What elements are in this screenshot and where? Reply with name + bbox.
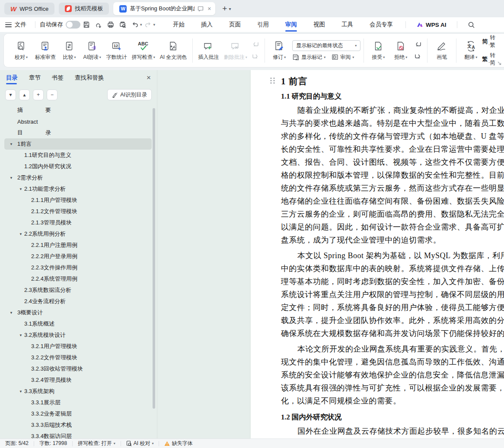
- toc-expand-arrow-icon[interactable]: ▼: [19, 390, 22, 394]
- proofread-button[interactable]: 校对▾: [10, 38, 32, 63]
- toc-item[interactable]: 1.2国内外研究状况: [4, 161, 152, 172]
- review-pane-button[interactable]: 审阅 ▾: [332, 54, 354, 61]
- toc-item[interactable]: 2.1.2文件管理模块: [4, 206, 152, 217]
- toc-item[interactable]: 3.2.3回收站管理模块: [4, 363, 152, 374]
- print-button[interactable]: [105, 19, 116, 30]
- toc-item[interactable]: 3.3.4数据访问层: [4, 431, 152, 438]
- toc-expand-arrow-icon[interactable]: ▼: [10, 176, 13, 180]
- save-button[interactable]: [81, 19, 92, 30]
- redo-caret-icon[interactable]: ▾: [153, 22, 156, 27]
- undo-caret-icon[interactable]: ▾: [140, 22, 142, 27]
- wps-ai-button[interactable]: WPS AI: [410, 22, 453, 28]
- toc-item[interactable]: ▼2.1功能需求分析: [4, 183, 152, 195]
- ai-proofread-indicator[interactable]: AI 校对▾: [121, 440, 159, 447]
- toc-item[interactable]: 2.3系统数据流分析: [4, 285, 152, 296]
- autosave-toggle[interactable]: [66, 21, 80, 29]
- toc-item[interactable]: ▼3.3系统架构: [4, 386, 152, 397]
- paragraph-drag-handle-icon[interactable]: [270, 77, 275, 84]
- sidebar-tab-contents[interactable]: 目录: [6, 70, 18, 86]
- toc-item[interactable]: 2.1.1用户管理模块: [4, 195, 152, 206]
- toc-item[interactable]: ▼3概要设计: [4, 307, 152, 318]
- toc-item[interactable]: 2.1.3管理员模块: [4, 217, 152, 228]
- toc-item[interactable]: 3.2.4管理员模块: [4, 374, 152, 386]
- sidebar-tab-chapters[interactable]: 章节: [29, 70, 41, 86]
- collapse-up-button[interactable]: ▴: [19, 90, 30, 100]
- tab-member[interactable]: 会员专享: [361, 17, 401, 32]
- tab-page[interactable]: 页面: [221, 17, 249, 32]
- close-tab-icon[interactable]: ×: [207, 5, 212, 12]
- toc-expand-arrow-icon[interactable]: ▼: [19, 333, 22, 337]
- insert-comment-button[interactable]: 插入批注: [196, 38, 221, 63]
- tab-docer-templates[interactable]: 找稻壳模板: [59, 3, 109, 15]
- next-revision-icon[interactable]: [413, 52, 423, 61]
- toc-item[interactable]: 3.1系统概述: [4, 318, 152, 330]
- toc-item[interactable]: 摘 要: [4, 105, 152, 116]
- ribbon-expand-corner-icon[interactable]: [498, 61, 501, 65]
- undo-button[interactable]: [129, 19, 140, 30]
- accept-revision-button[interactable]: 接受▾: [367, 38, 389, 63]
- missing-font-warning[interactable]: 缺失字体: [159, 440, 198, 447]
- show-markup-button[interactable]: 显示标记 ▾: [292, 54, 325, 61]
- toc-item[interactable]: 3.3.3后端技术栈: [4, 419, 152, 431]
- traditional-to-simplified-button[interactable]: 繁→ 转简: [482, 52, 500, 67]
- sidebar-tab-find-replace[interactable]: 查找和替换: [75, 70, 104, 86]
- close-sidebar-icon[interactable]: ×: [147, 74, 151, 82]
- toc-item[interactable]: 1.1研究目的与意义: [4, 150, 152, 161]
- print-preview-button[interactable]: [117, 19, 128, 30]
- comment-bubble-icon[interactable]: [198, 6, 204, 12]
- toc-item[interactable]: ▼2需求分析: [4, 172, 152, 183]
- toc-item[interactable]: 目 录: [4, 127, 152, 138]
- file-menu[interactable]: 文件: [15, 21, 26, 29]
- toc-item[interactable]: 3.2.1用户管理模块: [4, 341, 152, 352]
- collapse-all-button[interactable]: −: [47, 90, 57, 100]
- sidebar-scrollbar[interactable]: [153, 108, 155, 409]
- toc-item[interactable]: 3.3.1展示层: [4, 397, 152, 408]
- toc-item[interactable]: 3.3.2业务逻辑层: [4, 408, 152, 419]
- sidebar-tab-bookmarks[interactable]: 书签: [52, 70, 64, 86]
- markup-state-dropdown[interactable]: 显示标记的最终状态 ▾: [292, 40, 360, 51]
- expand-all-button[interactable]: +: [33, 90, 44, 100]
- toc-item[interactable]: 2.4业务流程分析: [4, 296, 152, 307]
- tab-home[interactable]: 开始: [165, 17, 193, 32]
- toc-item[interactable]: 3.2.2文件管理模块: [4, 352, 152, 363]
- toc-item[interactable]: 2.2.2用户登录用例: [4, 251, 152, 262]
- toc-item[interactable]: 2.2.3文件操作用例: [4, 262, 152, 273]
- simplified-to-traditional-button[interactable]: 简→ 转繁: [482, 34, 500, 49]
- toc-expand-arrow-icon[interactable]: ▼: [19, 232, 22, 236]
- translate-button[interactable]: 文A 翻译▾: [459, 38, 482, 63]
- toc-item[interactable]: Abstract: [4, 116, 152, 127]
- tab-tools[interactable]: 工具: [333, 17, 361, 32]
- spellcheck-indicator[interactable]: 拼写检查: 打开▾: [73, 440, 121, 447]
- tab-reference[interactable]: 引用: [249, 17, 277, 32]
- search-icon[interactable]: [466, 19, 477, 30]
- compare-button[interactable]: 比较▾: [58, 38, 80, 63]
- new-tab-button[interactable]: +: [222, 4, 227, 13]
- ai-recognize-toc-button[interactable]: AI识别目录: [107, 89, 152, 100]
- toc-item[interactable]: 2.2.4系统管理用例: [4, 273, 152, 285]
- toc-expand-arrow-icon[interactable]: ▼: [10, 311, 13, 315]
- tab-wps-office[interactable]: W WPS Office: [4, 3, 54, 15]
- export-pdf-button[interactable]: [93, 19, 104, 30]
- page-indicator[interactable]: 页面: 5/42: [4, 440, 34, 447]
- toc-item[interactable]: ▼1前言: [4, 138, 152, 150]
- previous-revision-icon[interactable]: [413, 40, 423, 49]
- tab-list-caret-icon[interactable]: ▾: [229, 6, 231, 11]
- toc-expand-arrow-icon[interactable]: ▼: [19, 187, 22, 191]
- tab-insert[interactable]: 插入: [193, 17, 221, 32]
- tab-document-active[interactable]: W 基于Spring Boot的企业网盘 ×: [113, 2, 215, 15]
- tab-review[interactable]: 审阅: [277, 17, 305, 32]
- spell-check-button[interactable]: ABC 拼写检查▾: [129, 38, 157, 63]
- expand-down-button[interactable]: ▾: [5, 90, 16, 100]
- ai-read-aloud-button[interactable]: AI朗读▾: [80, 38, 103, 63]
- toc-item[interactable]: ▼2.2系统用例分析: [4, 228, 152, 240]
- toc-item[interactable]: 2.2.1用户注册用例: [4, 240, 152, 251]
- document-page[interactable]: 1 前言1.1 研究目的与意义随着企业规模的不断扩张，商业复杂性的不断提高，对企…: [251, 70, 504, 438]
- standard-review-button[interactable]: 标准审查: [32, 38, 58, 63]
- ai-polish-button[interactable]: AI 全文润色: [157, 38, 189, 63]
- track-changes-button[interactable]: 修订▾: [268, 38, 290, 63]
- reject-revision-button[interactable]: 拒绝▾: [389, 38, 412, 63]
- word-count-button[interactable]: 12 字数统计: [104, 38, 129, 63]
- hamburger-menu-icon[interactable]: [5, 22, 12, 27]
- tab-view[interactable]: 视图: [305, 17, 333, 32]
- word-count-indicator[interactable]: 字数: 17998: [34, 440, 72, 447]
